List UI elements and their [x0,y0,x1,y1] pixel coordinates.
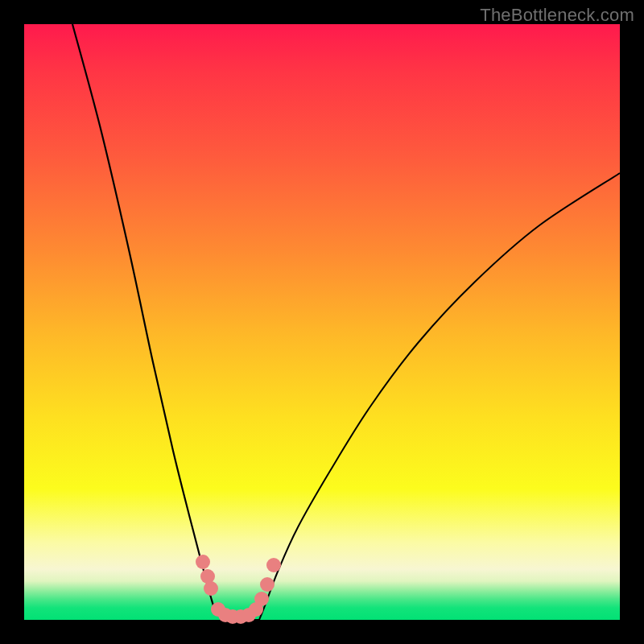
chart-svg [24,24,620,620]
curve-right [259,173,620,620]
data-marker [266,558,281,572]
chart-frame: TheBottleneck.com [0,0,644,644]
curve-left [72,24,224,620]
data-marker [254,592,269,606]
data-marker [196,555,210,569]
data-markers [196,555,281,624]
data-marker [204,581,218,596]
watermark-text: TheBottleneck.com [480,5,634,26]
data-marker [260,577,275,592]
